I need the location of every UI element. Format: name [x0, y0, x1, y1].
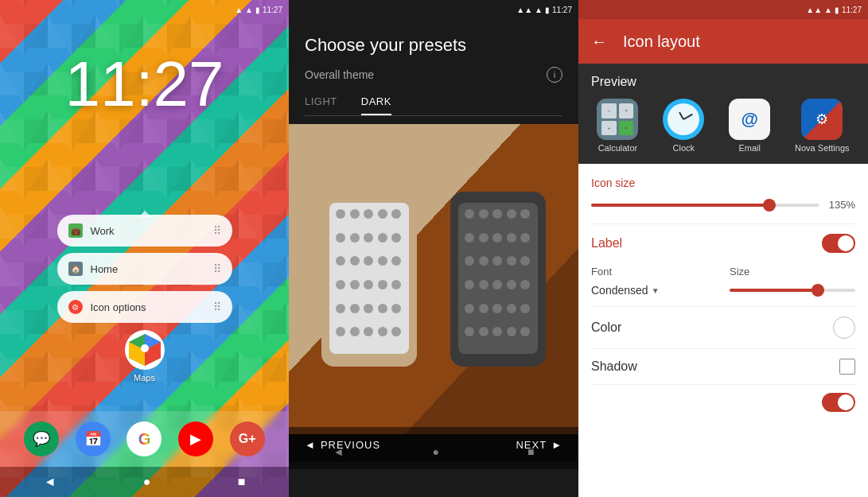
- app-dot: [391, 209, 401, 219]
- app-dot: [391, 280, 401, 289]
- app-dot: [364, 327, 373, 336]
- slider-thumb[interactable]: [763, 199, 776, 212]
- email-label: Email: [738, 143, 761, 153]
- app-dot: [520, 280, 530, 289]
- shadow-checkbox[interactable]: [839, 359, 855, 375]
- status-icons: ▲▲ ▲ ▮ 11:27: [516, 6, 572, 14]
- back-button[interactable]: ◄: [44, 475, 56, 489]
- previous-label: PREVIOUS: [321, 439, 380, 451]
- battery-icon: ▮: [835, 6, 839, 14]
- status-bar: ▲▲ ▲ ▮ 11:27: [289, 0, 578, 19]
- app-dot: [364, 209, 373, 219]
- home-screen-panel: ▲ ▲ ▮ 11:27 11:27 💼 Work ⠿ 🏠 Home: [0, 0, 289, 497]
- app-dot: [350, 209, 360, 219]
- font-size-slider[interactable]: [730, 289, 855, 292]
- preview-label: Preview: [591, 75, 855, 89]
- app-dot: [378, 209, 387, 219]
- color-setting-label: Color: [591, 320, 621, 335]
- signal-icon: ▲: [235, 6, 243, 14]
- youtube-icon[interactable]: ▶: [178, 421, 213, 456]
- icon-size-slider-row: 135%: [591, 199, 855, 211]
- overall-theme-label: Overall theme: [305, 68, 374, 81]
- next-button[interactable]: NEXT ►: [516, 439, 562, 451]
- app-dot: [391, 233, 401, 243]
- battery-icon: ▮: [545, 6, 550, 14]
- icon-size-slider[interactable]: [591, 204, 819, 207]
- light-phone-screen: [329, 203, 409, 354]
- app-dot: [479, 280, 488, 289]
- app-dot: [492, 256, 502, 266]
- maps-app-icon[interactable]: Maps: [125, 330, 165, 382]
- time-display: 11:27: [842, 6, 862, 14]
- email-icon-item: @ Email: [729, 99, 770, 153]
- next-label: NEXT: [516, 439, 547, 451]
- font-setting-label: Font: [591, 266, 717, 278]
- app-dot: [479, 256, 488, 266]
- slider-thumb[interactable]: [812, 284, 824, 297]
- app-dot: [336, 304, 345, 313]
- svg-point-4: [141, 344, 149, 352]
- app-dot: [507, 327, 516, 336]
- gplus-icon[interactable]: G+: [230, 421, 265, 456]
- nova-settings-icon: ⚙: [801, 99, 843, 140]
- info-icon[interactable]: i: [547, 67, 562, 83]
- hangouts-icon[interactable]: 💬: [24, 421, 59, 456]
- app-dot: [465, 304, 474, 313]
- email-at-symbol: @: [741, 109, 757, 130]
- clock-minute-hand: [683, 114, 693, 120]
- work-shortcut[interactable]: 💼 Work ⠿: [57, 215, 232, 247]
- home-shortcut[interactable]: 🏠 Home ⠿: [57, 253, 232, 285]
- clock-icon: [663, 99, 704, 140]
- app-dot: [336, 256, 345, 266]
- icon-options-shortcut[interactable]: ⚙ Icon options ⠿: [57, 291, 232, 323]
- time-display: 11:27: [263, 6, 282, 14]
- app-dot: [364, 304, 373, 313]
- app-dot: [350, 256, 360, 266]
- app-dot: [465, 233, 474, 243]
- icon-layout-header: ← Icon layout: [578, 19, 868, 64]
- label-row: Label: [578, 224, 868, 262]
- next-arrow-icon: ►: [551, 439, 562, 451]
- app-dot: [507, 304, 516, 313]
- wifi-icon: ▲: [824, 6, 832, 14]
- google-icon[interactable]: G: [127, 421, 162, 456]
- calculator-icon: − × + =: [597, 99, 638, 140]
- app-dot: [520, 256, 530, 266]
- font-selector[interactable]: Condensed ▼: [591, 284, 717, 297]
- color-row: Color: [578, 307, 868, 348]
- app-dot: [492, 327, 502, 336]
- shortcuts-list: 💼 Work ⠿ 🏠 Home ⠿ ⚙ Icon options: [57, 215, 232, 323]
- tab-light[interactable]: LIGHT: [305, 95, 337, 115]
- label-toggle[interactable]: [822, 234, 855, 253]
- extra-toggle[interactable]: [822, 393, 855, 412]
- home-label: Home: [91, 263, 119, 275]
- label-setting-title: Label: [591, 236, 622, 250]
- app-dot: [492, 233, 502, 243]
- presets-panel: ▲▲ ▲ ▮ 11:27 Choose your presets Overall…: [289, 0, 578, 497]
- tab-dark[interactable]: DARK: [361, 95, 391, 115]
- options-icon: ⚙: [68, 300, 83, 314]
- app-dot: [364, 256, 373, 266]
- extra-setting-row: [578, 385, 868, 420]
- recents-button[interactable]: ■: [238, 475, 246, 489]
- back-button[interactable]: ←: [591, 33, 607, 51]
- app-dot: [391, 327, 401, 336]
- work-label: Work: [91, 225, 115, 237]
- app-dot: [350, 233, 360, 243]
- shadow-setting-label: Shadow: [591, 359, 637, 374]
- nova-settings-label: Nova Settings: [795, 143, 849, 153]
- slider-fill: [591, 204, 769, 207]
- signal-icon: ▲▲: [516, 6, 532, 14]
- app-dot: [465, 256, 474, 266]
- previous-button[interactable]: ◄ PREVIOUS: [305, 439, 380, 451]
- icon-size-group: Icon size 135%: [578, 164, 868, 211]
- presets-content: Choose your presets Overall theme i LIGH…: [289, 19, 578, 116]
- color-picker[interactable]: [833, 316, 855, 339]
- app-dot: [520, 233, 530, 243]
- home-button[interactable]: ●: [143, 475, 151, 489]
- calendar-icon[interactable]: 📅: [76, 421, 111, 456]
- icon-layout-panel: ▲▲ ▲ ▮ 11:27 ← Icon layout Preview − × +…: [578, 0, 868, 497]
- app-dot: [336, 327, 345, 336]
- time-display: 11:27: [552, 6, 572, 14]
- app-dot: [350, 280, 360, 289]
